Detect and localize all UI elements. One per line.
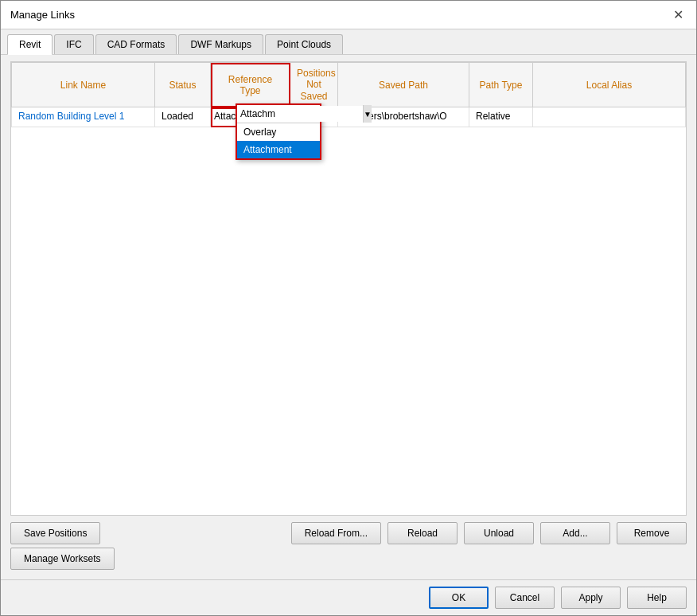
title-bar: Manage Links ✕ <box>1 1 696 29</box>
col-header-ref-type: Reference Type <box>211 63 290 107</box>
bottom-buttons: OK Cancel Apply Help <box>1 579 696 615</box>
dropdown-input-field[interactable] <box>237 106 363 122</box>
remove-button[interactable]: Remove <box>617 522 687 544</box>
tab-dwf-markups[interactable]: DWF Markups <box>178 34 263 54</box>
table-wrapper[interactable]: Link Name Status Reference Type Position… <box>11 62 686 515</box>
dropdown-item-attachment[interactable]: Attachment <box>237 141 320 158</box>
col-header-status: Status <box>155 63 211 107</box>
action-buttons-row1: Save Positions Reload From... Reload Unl… <box>10 516 687 548</box>
col-header-link-name: Link Name <box>12 63 155 107</box>
tab-revit[interactable]: Revit <box>7 34 53 55</box>
tab-ifc[interactable]: IFC <box>54 34 93 54</box>
cancel-button[interactable]: Cancel <box>495 587 555 609</box>
col-header-local-alias: Local Alias <box>533 63 686 107</box>
dropdown-input-row: ▼ <box>237 105 320 123</box>
save-positions-button[interactable]: Save Positions <box>10 522 100 544</box>
cell-local-alias <box>533 107 686 127</box>
cell-status: Loaded <box>155 107 211 127</box>
reload-button[interactable]: Reload <box>387 522 458 544</box>
col-header-path-type: Path Type <box>469 63 533 107</box>
tab-point-clouds[interactable]: Point Clouds <box>265 34 343 54</box>
action-buttons-row2: Manage Worksets <box>10 548 687 573</box>
col-header-pos-not-saved: Positions Not Saved <box>290 63 338 107</box>
unload-button[interactable]: Unload <box>464 522 534 544</box>
dialog-title: Manage Links <box>10 9 75 21</box>
cell-link-name: Random Building Level 1 <box>12 107 155 127</box>
apply-button[interactable]: Apply <box>561 587 621 609</box>
links-table-container: Link Name Status Reference Type Position… <box>10 61 687 516</box>
dropdown-list: Overlay Attachment <box>237 123 320 158</box>
manage-links-dialog: Manage Links ✕ Revit IFC CAD Formats DWF… <box>0 0 697 616</box>
reference-type-dropdown[interactable]: ▼ Overlay Attachment <box>236 103 321 160</box>
add-button[interactable]: Add... <box>540 522 610 544</box>
content-area: Link Name Status Reference Type Position… <box>1 55 696 579</box>
col-header-saved-path: Saved Path <box>338 63 469 107</box>
close-button[interactable]: ✕ <box>669 6 687 24</box>
dropdown-item-overlay[interactable]: Overlay <box>237 123 320 141</box>
tabs-row: Revit IFC CAD Formats DWF Markups Point … <box>1 29 696 55</box>
dropdown-arrow-button[interactable]: ▼ <box>363 105 372 123</box>
help-button[interactable]: Help <box>627 587 687 609</box>
reload-from-button[interactable]: Reload From... <box>291 522 381 544</box>
cell-path-type: Relative <box>469 107 533 127</box>
ok-button[interactable]: OK <box>429 587 489 609</box>
manage-worksets-button[interactable]: Manage Worksets <box>10 548 115 570</box>
tab-cad-formats[interactable]: CAD Formats <box>95 34 177 54</box>
